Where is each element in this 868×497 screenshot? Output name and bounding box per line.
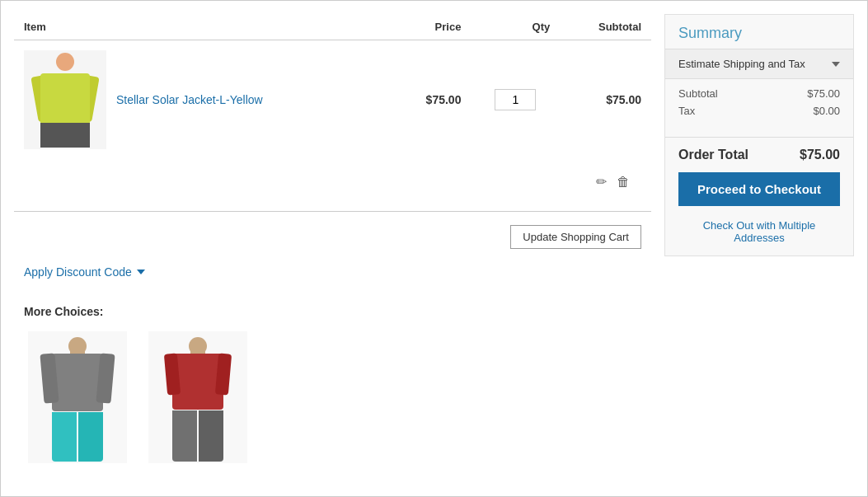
product-price: $75.00 <box>391 40 471 160</box>
page-wrapper: Item Price Qty Subtotal <box>0 0 868 497</box>
main-content: Item Price Qty Subtotal <box>14 14 651 483</box>
chevron-down-icon <box>137 270 145 274</box>
choices-grid <box>24 331 641 463</box>
cart-actions: Update Shopping Cart <box>14 222 651 252</box>
order-total-row: Order Total $75.00 <box>665 144 853 172</box>
order-total-label: Order Total <box>678 148 748 162</box>
jacket-pants <box>40 123 90 148</box>
qty-input[interactable] <box>495 89 536 110</box>
jacket-head <box>56 53 74 71</box>
table-row: Stellar Solar Jacket-L-Yellow $75.00 $75… <box>14 40 651 160</box>
edit-icon[interactable]: ✏ <box>594 172 608 191</box>
jacket-figure <box>28 53 102 148</box>
col-header-subtotal: Subtotal <box>560 14 651 40</box>
col-header-item: Item <box>14 14 391 40</box>
summary-rows: Subtotal $75.00 Tax $0.00 <box>665 79 853 130</box>
choice-item-1 <box>24 331 131 463</box>
discount-section: Apply Discount Code <box>14 259 651 285</box>
more-choices-title: More Choices: <box>24 305 641 318</box>
tax-row: Tax $0.00 <box>678 105 840 117</box>
more-choices-section: More Choices: <box>14 298 651 470</box>
order-total-value: $75.00 <box>800 148 840 162</box>
action-cell: ✏ 🗑 <box>14 159 651 204</box>
product-image <box>24 50 106 149</box>
col-header-price: Price <box>391 14 471 40</box>
action-icons: ✏ 🗑 <box>24 169 641 195</box>
choice-image-1 <box>28 331 127 463</box>
discount-toggle-button[interactable]: Apply Discount Code <box>24 265 145 279</box>
action-row: ✏ 🗑 <box>14 159 651 204</box>
col-header-qty: Qty <box>471 14 560 40</box>
subtotal-value: $75.00 <box>807 87 840 100</box>
discount-label: Apply Discount Code <box>24 265 132 279</box>
subtotal-row: Subtotal $75.00 <box>678 87 840 100</box>
summary-panel: Summary Estimate Shipping and Tax Subtot… <box>664 14 854 256</box>
summary-divider <box>665 137 853 138</box>
update-cart-button[interactable]: Update Shopping Cart <box>510 225 641 249</box>
product-cell: Stellar Solar Jacket-L-Yellow <box>14 40 391 160</box>
product-qty-cell <box>471 40 560 160</box>
multi-address-link[interactable]: Check Out with Multiple Addresses <box>665 214 853 256</box>
summary-title: Summary <box>665 15 853 49</box>
choice-image-2 <box>148 331 247 463</box>
estimate-shipping-toggle[interactable]: Estimate Shipping and Tax <box>665 49 853 79</box>
tax-value: $0.00 <box>813 105 840 117</box>
shipping-label: Estimate Shipping and Tax <box>678 58 805 70</box>
choice-item-2 <box>144 331 251 463</box>
product-name-link[interactable]: Stellar Solar Jacket-L-Yellow <box>116 93 263 106</box>
delete-icon[interactable]: 🗑 <box>615 172 631 191</box>
product-subtotal: $75.00 <box>560 40 651 160</box>
proceed-to-checkout-button[interactable]: Proceed to Checkout <box>678 172 840 206</box>
shipping-chevron-icon <box>832 62 840 67</box>
subtotal-label: Subtotal <box>678 87 718 100</box>
cart-table: Item Price Qty Subtotal <box>14 14 651 204</box>
cart-divider <box>14 211 651 212</box>
tax-label: Tax <box>678 105 695 117</box>
